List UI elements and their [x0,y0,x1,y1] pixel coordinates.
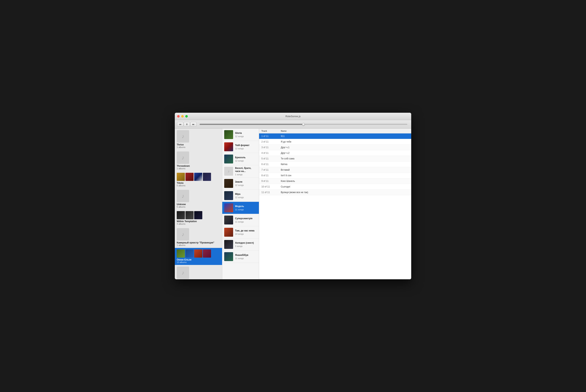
music-note-icon-4: ♪ [182,231,184,238]
album-songs-tviy: 12 songs [235,148,257,150]
artist-count-kamerny: 1 albums [177,244,185,246]
album-info-model: Модель 11 songs [235,205,257,211]
album-songs-super: 11 songs [235,220,257,223]
track-name-9: Коко Шанель [278,179,411,183]
album-item-veseli[interactable]: ♪ Веселі, брате, часи на... 1 songs [222,165,259,178]
album-info-super: Суперсиметрія 11 songs [235,217,257,223]
artist-placeholder-thrice: ♪ [177,130,189,142]
pause-button[interactable]: ⏸ [184,122,190,127]
album-info-mira: Міра 12 songs [235,193,257,198]
track-name-1: 911 [278,134,411,138]
maximize-button[interactable] [185,115,188,118]
album-cover-bryussel [224,154,233,164]
sidebar-item-kamerny[interactable]: ♪ Камерный оркестр "Провинция" 1 albums [175,226,222,248]
track-row-2[interactable]: 2 of 11 Я до тебе [259,139,411,145]
artist-count-tiesto: 5 albums [177,184,185,187]
track-row-6[interactable]: 6 of 11 Квітка [259,162,411,167]
track-row-4[interactable]: 4 of 11 Друг ч.2 [259,150,411,156]
track-row-8[interactable]: 8 of 11 Isn't It сон [259,173,411,178]
oe-thumb-2 [185,250,194,258]
album-item-holodno[interactable]: Холодно (сингл) 3 songs [222,238,259,250]
close-button[interactable] [177,115,180,118]
album-item-yanane[interactable]: Янанебібув 11 songs [222,250,259,263]
oe-thumb-4 [203,250,211,258]
window-controls [177,115,188,118]
album-title-model: Модель [235,205,257,208]
album-info-yanane: Янанебібув 11 songs [235,254,257,260]
album-title-veseli: Веселі, брате, часи на... [235,167,257,173]
album-title-gloria: Gloria [235,132,257,135]
sidebar-item-within-temptation[interactable]: Within Temptation 4 albums [175,210,222,226]
progress-bar[interactable] [200,124,407,125]
sidebar-item-unknow[interactable]: ♪ Unknow 5 albums [175,188,222,210]
album-item-super[interactable]: Суперсиметрія 11 songs [222,214,259,226]
track-number-2: 2 of 11 [259,140,278,144]
album-item-tam[interactable]: Там, де нас нема 14 songs [222,226,259,238]
track-name-6: Квітка [278,162,411,166]
artist-name-within-temptation: Within Temptation [177,220,197,223]
album-item-model[interactable]: Модель 11 songs [222,202,259,214]
track-row-3[interactable]: 3 of 11 Друг ч.1 [259,145,411,150]
track-number-9: 9 of 11 [259,179,278,183]
track-number-4: 4 of 11 [259,151,278,155]
track-row-11[interactable]: 11 of 11 Вулиця (може все не так) [259,190,411,195]
album-cover-tviy [224,142,233,151]
tracks-panel: Track Name 1 of 11 911 2 of 11 Я до тебе… [259,128,411,279]
wt-thumb-3 [194,211,202,219]
playback-controls: ⏮ ⏸ ⏭ [177,122,197,127]
track-number-5: 5 of 11 [259,157,278,160]
artist-placeholder-piazzolla: ♪ [177,266,189,279]
track-name-10: Сьогодні [278,185,411,189]
album-info-zemlya: Земля 12 songs [235,180,257,186]
sidebar-item-thrice[interactable]: ♪ Thrice 1 albums [175,128,222,150]
progress-knob[interactable] [302,123,305,126]
album-songs-tam: 14 songs [235,233,257,235]
sidebar-item-tiesto[interactable]: Tiësto 5 albums [175,171,222,188]
album-songs-model: 11 songs [235,208,257,211]
track-name-8: Isn't It сон [278,174,411,178]
sidebar-item-ocean-elzy[interactable]: Океан Ельзи 13 albums [175,248,222,265]
track-row-5[interactable]: 5 of 11 Ти собі сама [259,156,411,162]
album-title-super: Суперсиметрія [235,217,257,220]
album-item-bryussel[interactable]: Брюсель 12 songs [222,153,259,165]
track-number-3: 3 of 11 [259,146,278,149]
track-name-3: Друг ч.1 [278,146,411,149]
album-cover-holodno [224,240,233,249]
artists-sidebar: ♪ Thrice 1 albums ♪ Throwdown 1 albums [175,128,222,279]
track-number-6: 6 of 11 [259,162,278,166]
track-name-11: Вулиця (може все не так) [278,190,411,194]
album-songs-yanane: 11 songs [235,257,257,260]
oe-thumb-3 [194,250,202,258]
forward-button[interactable]: ⏭ [190,122,197,127]
track-row-10[interactable]: 10 of 11 Сьогодні [259,184,411,190]
rewind-button[interactable]: ⏮ [177,122,183,127]
minimize-button[interactable] [181,115,184,118]
album-item-gloria[interactable]: Gloria 12 songs [222,128,259,141]
album-songs-holodno: 3 songs [235,245,257,247]
sidebar-item-piazzolla[interactable]: ♪ Пьяццолла 1 albums [175,265,222,279]
wt-thumb-1 [177,211,185,219]
album-item-tviy-format[interactable]: Твій формат 12 songs [222,141,259,153]
album-cover-model [224,203,233,212]
track-name-2: Я до тебе [278,140,411,144]
track-row-7[interactable]: 7 of 11 Вставай [259,167,411,173]
album-title-holodno: Холодно (сингл) [235,242,257,244]
artist-name-throwdown: Throwdown [177,164,190,167]
album-item-mira[interactable]: Міра 12 songs [222,190,259,202]
track-number-8: 8 of 11 [259,174,278,178]
album-item-zemlya[interactable]: Земля 12 songs [222,178,259,190]
album-songs-zemlya: 12 songs [235,184,257,186]
sidebar-item-throwdown[interactable]: ♪ Throwdown 1 albums [175,150,222,171]
track-row-1[interactable]: 1 of 11 911 [259,134,411,139]
album-title-tam: Там, де нас нема [235,229,257,232]
window-title: RoteSonne.js [285,115,301,118]
track-name-5: Ти собі сама [278,157,411,160]
track-number-11: 11 of 11 [259,190,278,194]
album-title-zemlya: Земля [235,180,257,184]
artist-count-within-temptation: 4 albums [177,223,185,225]
artist-name-kamerny: Камерный оркестр "Провинция" [177,241,214,244]
track-row-9[interactable]: 9 of 11 Коко Шанель [259,178,411,184]
track-name-4: Друг ч.2 [278,151,411,155]
albums-panel: Gloria 12 songs Твій формат 12 songs Брю… [222,128,259,279]
within-temptation-thumbs [177,211,202,219]
